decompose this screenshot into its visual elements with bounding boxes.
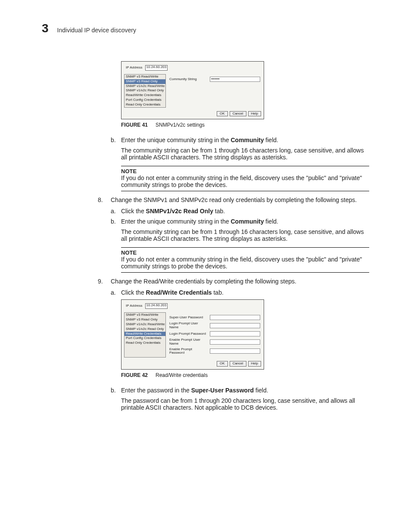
help-button[interactable]: Help <box>248 111 261 117</box>
field-label: Login Prompt Password <box>169 332 208 336</box>
list-item: Enter the password in the Super-User Pas… <box>121 387 369 394</box>
field-input[interactable] <box>210 323 260 328</box>
figure-41-caption: FIGURE 41SNMPv1/v2c settings <box>121 122 369 128</box>
credential-tab[interactable]: Read/Write Credentials <box>125 93 165 98</box>
list-marker: a. <box>111 208 121 215</box>
list-marker: 8. <box>98 196 111 203</box>
list-marker: a. <box>111 289 121 296</box>
field-label: Enable Prompt Password <box>169 348 208 355</box>
credential-tab[interactable]: SNMP v3 Read Only <box>125 79 165 84</box>
cancel-button[interactable]: Cancel <box>230 361 246 367</box>
field-input[interactable] <box>210 348 260 354</box>
credential-tab[interactable]: Read Only Credentials <box>125 103 165 107</box>
list-item: Click the SNMPv1/v2c Read Only tab. <box>121 208 369 215</box>
ok-button[interactable]: OK <box>217 361 228 367</box>
credential-tab[interactable]: SNMP v1/v2c Read Only <box>125 327 165 332</box>
ok-button[interactable]: OK <box>217 111 228 117</box>
ip-address-label: IP Address <box>126 66 143 70</box>
cancel-button[interactable]: Cancel <box>230 111 246 117</box>
credential-tab[interactable]: SNMP v1/v2c Read/Write <box>125 84 165 89</box>
list-marker: b. <box>111 387 121 394</box>
list-item: Enter the unique community string in the… <box>121 137 369 143</box>
paragraph: The password can be from 1 through 200 c… <box>121 397 369 411</box>
credential-tab[interactable]: Port Config Credentials <box>125 98 165 103</box>
ip-address-label: IP Address <box>126 304 143 308</box>
paragraph: The community string can be from 1 throu… <box>121 147 369 161</box>
credential-tab[interactable]: SNMP v1/v2c Read Only <box>125 88 165 93</box>
field-input[interactable] <box>210 315 260 320</box>
help-button[interactable]: Help <box>248 361 261 367</box>
community-string-input[interactable]: ••••••• <box>210 77 260 82</box>
chapter-number: 3 <box>42 22 49 35</box>
credential-tabs: SNMP v3 Read/WriteSNMP v3 Read OnlySNMP … <box>124 74 166 108</box>
list-marker: b. <box>111 137 121 143</box>
credential-tab[interactable]: SNMP v3 Read Only <box>125 317 165 322</box>
list-marker: 9. <box>98 278 111 285</box>
list-item: Change the SNMPv1 and SNMPv2c read only … <box>111 196 369 203</box>
credential-tabs: SNMP v3 Read/WriteSNMP v3 Read OnlySNMP … <box>124 312 166 358</box>
credential-tab[interactable]: Read Only Credentials <box>125 341 165 345</box>
note-block: NOTE If you do not enter a community str… <box>121 166 369 191</box>
field-label: Login Prompt User Name <box>169 322 208 330</box>
credential-tab[interactable]: SNMP v3 Read/Write <box>125 75 165 79</box>
figure-41: IP Address 10.24.60.203 SNMP v3 Read/Wri… <box>121 61 264 119</box>
credential-tab[interactable]: Port Config Credentials <box>125 336 165 341</box>
credential-tab[interactable]: Read/Write Credentials <box>125 332 165 336</box>
list-item: Enter the unique community string in the… <box>121 218 369 225</box>
page-header: 3 Individual IP device discovery <box>42 22 369 35</box>
field-input[interactable] <box>210 339 260 345</box>
ip-address-input[interactable]: 10.24.60.203 <box>145 303 168 309</box>
field-label: Enable Prompt User Name <box>169 338 208 346</box>
field-input[interactable] <box>210 331 260 336</box>
list-item: Click the Read/Write Credentials tab. <box>121 289 369 296</box>
credential-tab[interactable]: SNMP v1/v2c Read/Write <box>125 322 165 327</box>
list-item: Change the Read/Write credentials by com… <box>111 278 369 285</box>
credential-tab[interactable]: SNMP v3 Read/Write <box>125 313 165 317</box>
community-string-label: Community String <box>169 78 208 81</box>
figure-42: IP Address 10.24.60.203 SNMP v3 Read/Wri… <box>121 299 264 370</box>
chapter-title: Individual IP device discovery <box>57 27 136 34</box>
ip-address-input[interactable]: 10.24.60.203 <box>145 65 168 71</box>
note-block: NOTE If you do not enter a community str… <box>121 247 369 273</box>
list-marker: b. <box>111 218 121 225</box>
field-label: Super-User Password <box>169 316 208 320</box>
figure-42-caption: FIGURE 42Read/Write credentials <box>121 372 369 378</box>
paragraph: The community string can be from 1 throu… <box>121 228 369 242</box>
